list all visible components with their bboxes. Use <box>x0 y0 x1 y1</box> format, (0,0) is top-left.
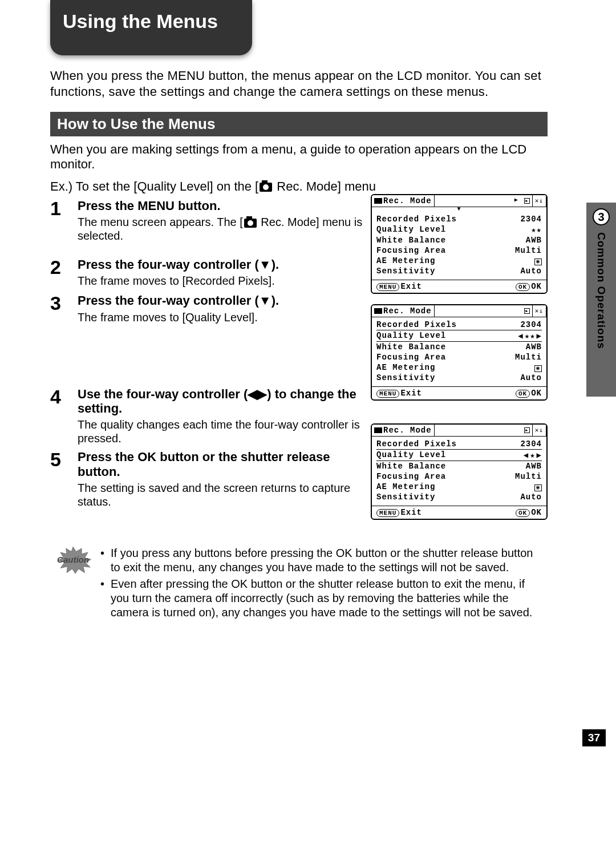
tab-rec-mode: Rec. Mode <box>372 305 435 317</box>
menu-rows: Recorded Pixels2304 Quality Level★★ Whit… <box>372 212 546 280</box>
camera-icon <box>374 308 382 314</box>
tab-rec-mode: Rec. Mode <box>372 195 435 207</box>
page-title: Using the Menus <box>50 0 252 55</box>
menu-row-white-balance: White BalanceAWB <box>376 342 542 352</box>
menu-row-ae-metering: AE Metering◉ <box>376 362 542 373</box>
example-line: Ex.) To set the [Quality Level] on the [… <box>50 179 548 194</box>
step-number: 4 <box>50 387 78 406</box>
manual-page: Using the Menus When you press the MENU … <box>0 0 616 848</box>
nav-arrow-icon: ▶ <box>511 195 522 207</box>
step-desc: The quality changes each time the four-w… <box>78 418 371 445</box>
tool-icon: ✕ᵢ <box>535 426 544 434</box>
menu-row-focusing-area: Focusing AreaMulti <box>376 245 542 256</box>
example-suffix: Rec. Mode] menu <box>273 179 376 193</box>
example-prefix: Ex.) To set the [Quality Level] on the [ <box>50 179 258 193</box>
step-5: 5 Press the OK button or the shutter rel… <box>50 450 371 508</box>
down-indicator-icon: ▼ <box>372 207 546 212</box>
menu-footer: MENUExit OKOK <box>372 280 546 293</box>
menu-footer: MENUExit OKOK <box>372 386 546 399</box>
menu-screen-1: Rec. Mode ▶ ✕ᵢ ▼ Recorded Pixels2304 Qua… <box>371 194 548 294</box>
menu-row-recorded-pixels: Recorded Pixels2304 <box>376 214 542 224</box>
left-arrow-icon: ◀ <box>524 450 529 460</box>
caution-block: Caution If you press any buttons before … <box>50 546 548 622</box>
caution-item-2: Even after pressing the OK button or the… <box>100 577 545 620</box>
footer-ok-label: OK <box>531 282 542 291</box>
tab-label: Rec. Mode <box>383 306 432 316</box>
menu-screen-3: Rec. Mode ✕ᵢ Recorded Pixels2304 Quality… <box>371 423 548 520</box>
page-number: 37 <box>582 729 606 746</box>
menu-row-white-balance: White BalanceAWB <box>376 461 542 471</box>
metering-icon: ◉ <box>534 365 542 372</box>
play-icon <box>524 198 530 204</box>
content-area: Using the Menus When you press the MENU … <box>0 0 616 622</box>
menu-row-sensitivity: SensitivityAuto <box>376 492 542 502</box>
step-title: Press the MENU button. <box>78 199 371 213</box>
tab-playback <box>522 425 533 436</box>
play-icon <box>524 308 530 314</box>
menu-row-quality-level-selected: Quality Level◀★★▶ <box>376 330 542 342</box>
camera-icon <box>374 427 382 433</box>
camera-icon <box>374 198 382 204</box>
tab-label: Rec. Mode <box>383 196 432 205</box>
caution-label: Caution <box>57 555 89 564</box>
step-title: Press the four-way controller (▼). <box>78 293 371 308</box>
camera-icon <box>244 219 257 228</box>
intro-paragraph: When you press the MENU button, the menu… <box>50 68 548 99</box>
menu-rows: Recorded Pixels2304 Quality Level◀★★▶ Wh… <box>372 317 546 386</box>
footer-ok-label: OK <box>531 508 542 517</box>
steps-layout: 1 Press the MENU button. The menu screen… <box>50 194 548 530</box>
left-arrow-icon: ◀ <box>518 331 523 341</box>
section-intro: When you are making settings from a menu… <box>50 142 548 172</box>
caution-item-1: If you press any buttons before pressing… <box>100 546 545 575</box>
step-2: 2 Press the four-way controller (▼). The… <box>50 257 371 288</box>
footer-ok-label: OK <box>531 389 542 398</box>
menu-row-white-balance: White BalanceAWB <box>376 235 542 245</box>
caution-list: If you press any buttons before pressing… <box>100 546 545 622</box>
ok-button-chip: OK <box>516 283 530 291</box>
chapter-number-badge: 3 <box>593 208 610 225</box>
menu-button-chip: MENU <box>376 509 399 517</box>
chapter-side-tab: 3 Common Operations <box>586 203 616 397</box>
step-desc-prefix: The menu screen appears. The [ <box>78 216 243 228</box>
step-number: 5 <box>50 450 78 469</box>
chapter-name: Common Operations <box>595 232 607 349</box>
tool-icon: ✕ᵢ <box>535 197 544 204</box>
step-number: 1 <box>50 199 78 218</box>
menu-tabs: Rec. Mode ✕ᵢ <box>372 305 546 317</box>
footer-exit-label: Exit <box>400 389 422 398</box>
spacer <box>515 305 522 317</box>
tab-playback <box>522 195 533 207</box>
menu-button-chip: MENU <box>376 283 399 291</box>
step-3: 3 Press the four-way controller (▼). The… <box>50 293 371 324</box>
menu-button-chip: MENU <box>376 390 399 398</box>
menu-row-ae-metering: AE Metering◉ <box>376 482 542 492</box>
camera-icon <box>260 183 272 192</box>
step-title: Press the four-way controller (▼). <box>78 257 371 272</box>
menu-row-sensitivity: SensitivityAuto <box>376 373 542 383</box>
tab-setup: ✕ᵢ <box>533 425 546 436</box>
metering-icon: ◉ <box>534 484 542 491</box>
metering-icon: ◉ <box>534 259 542 265</box>
menu-row-quality-level: Quality Level★★ <box>376 224 542 235</box>
play-icon <box>524 427 530 433</box>
tab-setup: ✕ᵢ <box>533 305 546 317</box>
step-desc: The setting is saved and the screen retu… <box>78 481 371 508</box>
menu-screen-2: Rec. Mode ✕ᵢ Recorded Pixels2304 Quality… <box>371 304 548 401</box>
menu-row-sensitivity: SensitivityAuto <box>376 266 542 276</box>
step-desc: The menu screen appears. The [ Rec. Mode… <box>78 215 371 243</box>
step-4: 4 Use the four-way controller (◀▶) to ch… <box>50 387 371 446</box>
spacer <box>515 425 522 436</box>
menu-row-recorded-pixels: Recorded Pixels2304 <box>376 439 542 449</box>
menu-row-focusing-area: Focusing AreaMulti <box>376 352 542 362</box>
tab-setup: ✕ᵢ <box>533 195 546 207</box>
footer-exit-label: Exit <box>400 508 422 517</box>
ok-button-chip: OK <box>516 509 530 517</box>
steps-column: 1 Press the MENU button. The menu screen… <box>50 194 371 508</box>
right-arrow-icon: ▶ <box>537 331 542 341</box>
tool-icon: ✕ᵢ <box>535 307 544 314</box>
menu-rows: Recorded Pixels2304 Quality Level◀★▶ Whi… <box>372 437 546 506</box>
menu-tabs: Rec. Mode ✕ᵢ <box>372 425 546 437</box>
menu-footer: MENUExit OKOK <box>372 506 546 519</box>
menu-row-recorded-pixels: Recorded Pixels2304 <box>376 320 542 330</box>
step-title: Press the OK button or the shutter relea… <box>78 450 371 479</box>
